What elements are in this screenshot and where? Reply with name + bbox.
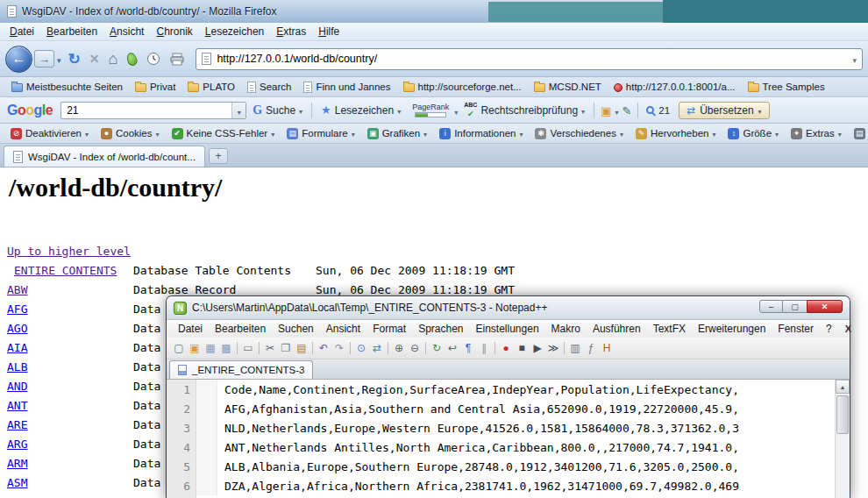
zoom-in-icon[interactable]: ⊕ [391,340,407,356]
browser-tab-active[interactable]: WsgiDAV - Index of /world-db/count... [4,146,205,167]
webdev-menu-item[interactable]: ✱ Verschiedenes [530,128,628,139]
entry-link[interactable]: AND [7,380,27,393]
menu-item[interactable]: Makro [545,323,587,335]
bookmark-item[interactable]: Search [241,77,297,96]
maximize-button[interactable] [783,300,807,313]
webdev-menu-item[interactable]: ✦ Extras [786,128,847,139]
bookmark-item[interactable]: PLATO [181,77,241,96]
menubar-close-button[interactable]: X [838,324,858,334]
bookmark-item[interactable]: http://127.0.0.1:8001/a... [608,77,742,96]
history-dropdown-icon[interactable] [54,51,64,67]
entry-link[interactable]: ANT [7,399,27,412]
bookmark-item[interactable]: Meistbesuchte Seiten [5,77,129,96]
entry-link[interactable]: ARM [7,457,27,470]
toolbar-separator[interactable] [494,342,495,354]
scrollbar-thumb[interactable] [836,395,849,434]
webdev-menu-item[interactable]: ⊘ Deaktivieren [5,128,94,139]
textfx-icon[interactable]: H [599,340,615,356]
bookmark-margin[interactable] [196,380,217,399]
url-dropdown-icon[interactable] [852,51,857,67]
toolbar-separator[interactable] [564,342,565,354]
chevron-down-icon[interactable] [615,103,618,118]
bookmark-margin[interactable] [196,399,217,418]
menu-item[interactable]: Ausführen [587,323,647,335]
bookmark-item[interactable]: Privat [129,77,181,96]
new-tab-button[interactable]: + [209,148,228,164]
pagerank-widget[interactable]: PageRank [407,103,454,117]
autofill-icon[interactable] [601,103,611,117]
google-search-box[interactable]: 21 [60,102,246,119]
play-macro-icon[interactable]: ▶ [530,340,545,356]
webdev-menu-item[interactable]: ● Cookies [96,128,165,139]
menu-item[interactable]: Fenster [772,323,820,335]
reload-icon[interactable] [68,52,81,67]
menu-item[interactable]: Extras [270,24,312,39]
url-bar[interactable]: http://127.0.0.1/world-db/country/ [196,48,863,70]
editor-area[interactable]: 1 Code,Name,Continent,Region,SurfaceArea… [167,380,850,498]
find-icon[interactable]: ⊙ [353,340,369,356]
google-search-value[interactable]: 21 [61,104,231,117]
save-icon[interactable]: ▦ [203,340,218,356]
menu-item[interactable]: Ansicht [320,323,366,335]
notepadpp-titlebar[interactable]: N C:\Users\Martin\AppData\Local\Temp\_EN… [167,296,850,319]
translate-button[interactable]: Übersetzen [679,102,769,119]
menu-item[interactable]: Bearbeiten [209,323,272,335]
menu-item[interactable]: Chronik [150,24,198,39]
indent-guide-icon[interactable]: ∥ [476,340,492,356]
scroll-up-arrow[interactable] [836,380,850,394]
entry-link[interactable]: AIA [7,341,27,354]
record-macro-icon[interactable]: ● [498,340,514,356]
entry-link[interactable]: ARE [7,418,27,431]
webdev-menu-item[interactable]: ↕ Größe [722,128,784,139]
bookmark-item[interactable]: Finn und Jannes [297,77,396,96]
show-symbols-icon[interactable]: ¶ [460,340,476,356]
document-tab-active[interactable]: _ENTIRE_CONTENTS-3 [169,360,313,379]
spellcheck-button[interactable]: ABC Rechtschreibprüfung [458,102,591,118]
webdev-menu-item[interactable]: ✔ Keine CSS-Fehler [167,128,281,139]
home-icon[interactable] [109,51,118,67]
refresh-icon[interactable]: ↻ [429,340,445,356]
menu-item[interactable]: Bearbeiten [40,24,103,39]
function-list-icon[interactable]: ƒ [583,340,599,356]
redo-icon[interactable]: ↷ [331,340,347,356]
toolbar-separator[interactable] [237,342,238,354]
forward-button[interactable] [34,50,54,68]
bookmark-margin[interactable] [196,457,217,476]
webdev-menu-item[interactable]: ▣ Grafiken [362,128,432,139]
entry-link[interactable]: AFG [7,302,27,316]
webdev-menu-item[interactable]: ▤ Formulare [281,128,359,139]
bookmark-margin[interactable] [196,438,217,457]
entry-link[interactable]: ASM [7,476,27,489]
save-all-icon[interactable]: ▩ [218,340,234,356]
replace-icon[interactable]: ⇄ [369,340,385,356]
menu-item[interactable]: Einstellungen [470,323,545,335]
webdev-menu-item[interactable]: ▤ Quelltext [849,128,868,139]
leaf-addon-icon[interactable] [125,51,139,67]
up-to-higher-level-link[interactable]: Up to higher level [7,245,131,258]
toolbar-separator[interactable] [259,342,260,354]
entry-link[interactable]: ABW [7,283,27,296]
menu-item[interactable]: Format [366,323,412,335]
google-search-button[interactable]: Suche [246,103,309,117]
url-text[interactable]: http://127.0.0.1/world-db/country/ [217,53,852,65]
entry-link[interactable]: ALB [7,360,27,374]
back-button[interactable] [5,46,32,73]
clock-icon[interactable] [146,52,160,66]
google-logo[interactable]: G o o g l e [7,103,53,118]
entry-link[interactable]: ENTIRE CONTENTS [14,264,117,277]
toolbar-separator[interactable] [350,342,351,354]
menu-item[interactable]: Datei [172,323,209,335]
stop-icon[interactable] [89,52,100,66]
menu-item[interactable]: ? [820,323,838,335]
minimize-button[interactable] [759,300,783,313]
word-wrap-icon[interactable]: ↩ [445,340,460,356]
webdev-menu-item[interactable]: ✎ Hervorheben [630,128,722,139]
vertical-scrollbar[interactable] [835,380,850,498]
bookmark-margin[interactable] [196,476,217,495]
new-file-icon[interactable]: ▢ [171,340,187,356]
webdev-menu-item[interactable]: i Informationen [434,128,528,139]
document-map-icon[interactable]: ▥ [567,340,583,356]
pencil-icon[interactable] [622,103,631,117]
menu-item[interactable]: Lesezeichen [199,24,270,39]
firefox-titlebar[interactable]: WsgiDAV - Index of /world-db/country/ - … [0,0,868,23]
